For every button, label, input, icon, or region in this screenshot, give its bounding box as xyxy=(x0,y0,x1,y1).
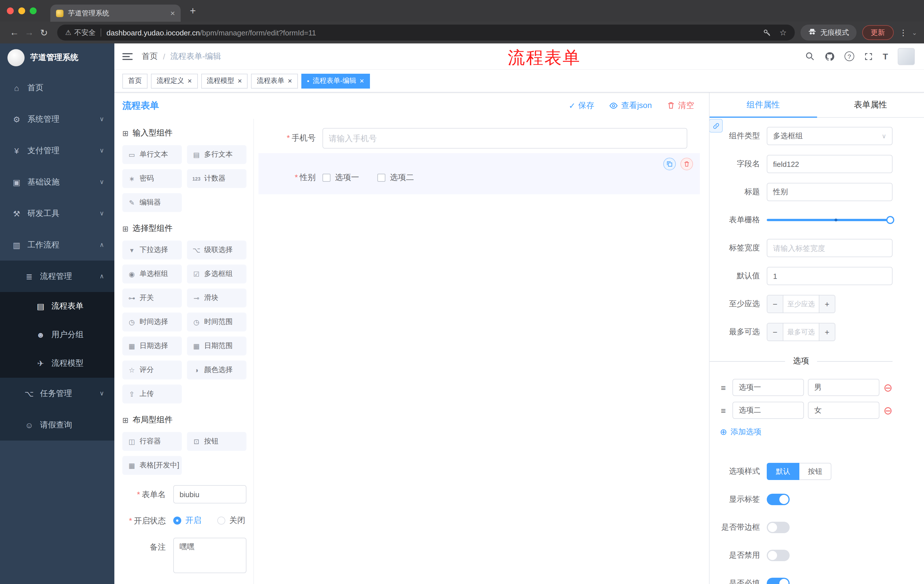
fullscreen-icon[interactable] xyxy=(864,52,873,61)
tab-component-props[interactable]: 组件属性 xyxy=(710,92,817,117)
option1-name-input[interactable] xyxy=(733,379,804,396)
tab-form-props[interactable]: 表单属性 xyxy=(817,92,924,117)
view-json-button[interactable]: 查看json xyxy=(609,100,652,111)
sidebar-item-process-model[interactable]: ✈ 流程模型 xyxy=(0,349,114,378)
drag-handle-icon[interactable]: ≡ xyxy=(718,383,728,392)
sidebar-item-home[interactable]: ⌂ 首页 xyxy=(0,72,114,104)
palette-item-date-range[interactable]: ▦日期范围 xyxy=(187,337,246,355)
sidebar-item-process-form[interactable]: ▤ 流程表单 xyxy=(0,292,114,321)
remark-textarea[interactable]: 嘿嘿 xyxy=(173,538,246,573)
disabled-switch[interactable] xyxy=(767,550,790,561)
phone-input[interactable] xyxy=(322,128,687,148)
close-icon[interactable]: × xyxy=(188,77,192,85)
bookmark-star-icon[interactable]: ☆ xyxy=(779,28,787,37)
min-select-input[interactable] xyxy=(783,295,819,313)
canvas-field-phone[interactable]: *手机号 xyxy=(259,128,700,148)
tab-close-icon[interactable]: × xyxy=(170,8,175,18)
zoom-window-button[interactable] xyxy=(30,7,36,14)
close-icon[interactable]: × xyxy=(360,77,364,85)
new-tab-button[interactable]: + xyxy=(190,5,196,17)
style-default-button[interactable]: 默认 xyxy=(767,463,799,480)
sidebar-item-payment[interactable]: ¥ 支付管理 ∨ xyxy=(0,135,114,166)
sidebar-item-process-mgmt[interactable]: ≣ 流程管理 ∧ xyxy=(0,261,114,292)
sidebar-item-infra[interactable]: ▣ 基础设施 ∨ xyxy=(0,166,114,198)
browser-tab[interactable]: 芋道管理系统 × xyxy=(50,5,181,22)
palette-item-select[interactable]: ▾下拉选择 xyxy=(122,240,182,260)
palette-item-switch[interactable]: ⊶开关 xyxy=(122,289,182,308)
gender-checkbox-option2[interactable]: 选项二 xyxy=(377,173,414,183)
sidebar-item-devtools[interactable]: ⚒ 研发工具 ∨ xyxy=(0,198,114,229)
palette-item-table[interactable]: ▦表格[开发中] xyxy=(122,456,182,475)
sidebar-item-leave-query[interactable]: ☺ 请假查询 xyxy=(0,409,114,441)
palette-item-password[interactable]: ∗密码 xyxy=(122,169,182,188)
doc-link-button[interactable] xyxy=(709,119,723,133)
delete-field-button[interactable] xyxy=(680,158,693,170)
drag-handle-icon[interactable]: ≡ xyxy=(718,405,728,415)
palette-item-date-picker[interactable]: ▦日期选择 xyxy=(122,337,182,355)
palette-item-checkbox-group[interactable]: ☑多选框组 xyxy=(187,265,246,283)
show-label-switch[interactable] xyxy=(767,494,790,505)
border-switch[interactable] xyxy=(767,522,790,533)
palette-item-textarea[interactable]: ▤多行文本 xyxy=(187,145,246,164)
palette-item-button[interactable]: ⊡按钮 xyxy=(187,432,246,451)
tag-process-definition[interactable]: 流程定义 × xyxy=(151,73,198,88)
remove-option-icon[interactable]: ⊖ xyxy=(883,405,893,416)
app-logo[interactable]: 芋道管理系统 xyxy=(0,43,114,72)
sidebar-item-workflow[interactable]: ▥ 工作流程 ∧ xyxy=(0,229,114,261)
breadcrumb-home[interactable]: 首页 xyxy=(142,51,158,61)
sidebar-item-user-group[interactable]: ☻ 用户分组 xyxy=(0,321,114,349)
palette-item-editor[interactable]: ✎编辑器 xyxy=(122,193,182,212)
close-icon[interactable]: × xyxy=(288,77,292,85)
font-size-icon[interactable]: T xyxy=(883,51,888,61)
max-select-input[interactable] xyxy=(783,323,819,341)
remove-option-icon[interactable]: ⊖ xyxy=(883,382,893,393)
required-switch[interactable] xyxy=(767,578,790,584)
form-grid-slider[interactable] xyxy=(767,211,893,229)
reload-button[interactable]: ↻ xyxy=(36,27,51,38)
gender-checkbox-option1[interactable]: 选项一 xyxy=(322,173,359,183)
address-bar[interactable]: ⚠ 不安全 dashboard.yudao.iocoder.cn /bpm/ma… xyxy=(57,25,795,41)
github-icon[interactable] xyxy=(825,51,835,61)
component-type-select[interactable]: 多选框组 ∨ xyxy=(767,127,893,145)
sidebar-item-task-mgmt[interactable]: ⌥ 任务管理 ∨ xyxy=(0,378,114,409)
sidebar-toggle-icon[interactable] xyxy=(122,53,133,60)
palette-item-color-picker[interactable]: ◑颜色选择 xyxy=(187,360,246,380)
palette-item-slider[interactable]: ⊸滑块 xyxy=(187,289,246,308)
browser-menu-icon[interactable]: ⋮ xyxy=(899,28,908,37)
default-value-input[interactable] xyxy=(767,267,893,285)
palette-item-row-container[interactable]: ◫行容器 xyxy=(122,432,182,451)
option1-value-input[interactable] xyxy=(808,379,879,396)
status-radio-on[interactable]: 开启 xyxy=(173,515,201,526)
form-name-input[interactable] xyxy=(173,485,246,503)
palette-item-cascader[interactable]: ⌥级联选择 xyxy=(187,240,246,260)
sidebar-item-system[interactable]: ⚙ 系统管理 ∨ xyxy=(0,104,114,135)
palette-item-counter[interactable]: 123计数器 xyxy=(187,169,246,188)
increase-button[interactable]: + xyxy=(819,323,835,341)
palette-item-radio-group[interactable]: ◉单选框组 xyxy=(122,265,182,283)
slider-handle[interactable] xyxy=(886,216,894,224)
copy-field-button[interactable] xyxy=(663,158,676,170)
user-avatar[interactable] xyxy=(898,48,915,65)
search-icon[interactable] xyxy=(805,51,815,61)
status-radio-off[interactable]: 关闭 xyxy=(217,515,245,526)
tag-home[interactable]: 首页 xyxy=(122,73,147,88)
label-width-input[interactable] xyxy=(767,239,893,257)
help-icon[interactable]: ? xyxy=(845,51,854,61)
tag-process-form-edit[interactable]: ● 流程表单-编辑 × xyxy=(301,73,370,88)
add-option-button[interactable]: ⊕ 添加选项 xyxy=(720,427,893,437)
canvas-field-gender-selected[interactable]: *性别 选项一 选项二 xyxy=(259,153,700,194)
tag-process-form[interactable]: 流程表单 × xyxy=(251,73,298,88)
security-label[interactable]: 不安全 xyxy=(74,28,96,38)
close-window-button[interactable] xyxy=(7,7,14,14)
palette-item-single-text[interactable]: ▭单行文本 xyxy=(122,145,182,164)
field-name-input[interactable] xyxy=(767,155,893,173)
style-button-button[interactable]: 按钮 xyxy=(799,463,832,480)
save-button[interactable]: ✓ 保存 xyxy=(569,100,594,111)
palette-item-rate[interactable]: ☆评分 xyxy=(122,360,182,380)
palette-item-time-picker[interactable]: ◷时间选择 xyxy=(122,313,182,331)
palette-item-time-range[interactable]: ◷时间范围 xyxy=(187,313,246,331)
update-button[interactable]: 更新 xyxy=(862,25,894,40)
minimize-window-button[interactable] xyxy=(18,7,25,14)
palette-item-upload[interactable]: ⇪上传 xyxy=(122,385,182,403)
toolbar-chevron-icon[interactable]: ⌄ xyxy=(912,29,917,36)
